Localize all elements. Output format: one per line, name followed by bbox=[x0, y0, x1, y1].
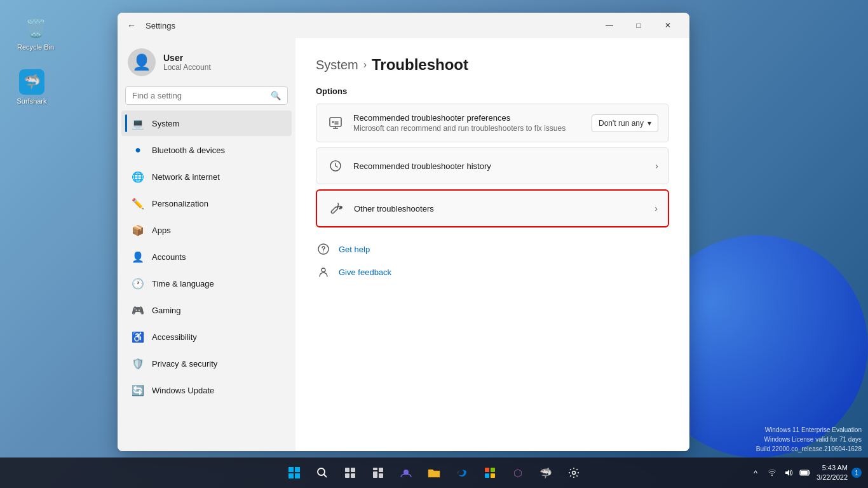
other-troubleshooters-action: › bbox=[654, 203, 658, 214]
card-recommended-history: Recommended troubleshooter history › bbox=[316, 147, 669, 184]
sidebar-item-time[interactable]: 🕐 Time & language bbox=[121, 271, 292, 296]
visual-studio-button[interactable]: ⬡ bbox=[505, 460, 531, 485]
tray-chevron-icon[interactable]: ^ bbox=[748, 465, 763, 480]
task-view-button[interactable] bbox=[337, 460, 363, 485]
taskbar-clock[interactable]: 5:43 AM 3/22/2022 bbox=[817, 463, 848, 483]
start-button[interactable] bbox=[281, 460, 307, 485]
sidebar-item-accessibility[interactable]: ♿ Accessibility bbox=[121, 324, 292, 349]
taskbar-search-button[interactable] bbox=[309, 460, 335, 485]
search-input[interactable] bbox=[132, 91, 266, 100]
svg-rect-6 bbox=[288, 467, 294, 472]
history-icon bbox=[327, 157, 344, 175]
svg-point-24 bbox=[573, 471, 576, 475]
tray-volume-icon[interactable] bbox=[781, 465, 796, 480]
system-tray: ^ bbox=[748, 465, 813, 480]
sidebar-item-accounts[interactable]: 👤 Accounts bbox=[121, 244, 292, 269]
search-box[interactable]: 🔍 bbox=[125, 86, 288, 105]
give-feedback-icon bbox=[316, 264, 331, 280]
svg-point-25 bbox=[771, 475, 773, 476]
close-button[interactable]: ✕ bbox=[654, 16, 682, 35]
sidebar-item-label-accounts: Accounts bbox=[152, 252, 186, 262]
edge-browser-button[interactable] bbox=[449, 460, 475, 485]
file-explorer-button[interactable] bbox=[421, 460, 447, 485]
teams-button[interactable] bbox=[393, 460, 419, 485]
svg-rect-21 bbox=[491, 468, 495, 472]
other-troubleshooters-chevron-icon: › bbox=[654, 203, 658, 214]
svg-rect-15 bbox=[373, 468, 377, 470]
content-area: System › Troubleshoot Options bbox=[295, 38, 689, 451]
card-recommended-prefs: Recommended troubleshooter preferences M… bbox=[316, 104, 669, 142]
windows-watermark: Windows 11 Enterprise Evaluation Windows… bbox=[756, 425, 862, 454]
tray-network-icon[interactable] bbox=[764, 465, 780, 480]
apps-icon: 📦 bbox=[132, 224, 144, 236]
get-help-label: Get help bbox=[339, 245, 370, 254]
page-header: System › Troubleshoot bbox=[316, 56, 669, 74]
svg-point-5 bbox=[322, 268, 325, 272]
recommended-prefs-text: Recommended troubleshooter preferences M… bbox=[353, 113, 583, 133]
svg-point-1 bbox=[332, 121, 334, 123]
page-title: Troubleshoot bbox=[372, 56, 468, 74]
title-bar: ← Settings — □ ✕ bbox=[118, 13, 689, 38]
svg-rect-11 bbox=[345, 468, 349, 472]
sidebar-item-label-system: System bbox=[152, 119, 179, 128]
sidebar-item-personalization[interactable]: ✏️ Personalization bbox=[121, 191, 292, 216]
clock-time: 5:43 AM bbox=[817, 463, 848, 473]
other-troubleshooters-title: Other troubleshooters bbox=[354, 204, 646, 214]
widgets-button[interactable] bbox=[365, 460, 391, 485]
taskbar: ⬡ 🦈 ^ bbox=[0, 458, 868, 488]
desktop-icon-recycle-bin[interactable]: 🗑️ Recycle Bin bbox=[13, 13, 58, 53]
recycle-bin-label: Recycle Bin bbox=[17, 43, 54, 51]
back-button[interactable]: ← bbox=[123, 17, 140, 34]
sidebar-item-gaming[interactable]: 🎮 Gaming bbox=[121, 297, 292, 323]
settings-taskbar-button[interactable] bbox=[561, 460, 587, 485]
sidebar-item-label-network: Network & internet bbox=[152, 172, 220, 182]
window-body: 👤 User Local Account 🔍 💻 System bbox=[118, 38, 689, 451]
sidebar-item-system[interactable]: 💻 System bbox=[121, 111, 292, 136]
privacy-icon: 🛡️ bbox=[132, 357, 144, 370]
desktop-icon-surfshark[interactable]: 🦈 Surfshark bbox=[9, 67, 55, 107]
recommended-prefs-title: Recommended troubleshooter preferences bbox=[353, 113, 583, 123]
sidebar-item-windows-update[interactable]: 🔄 Windows Update bbox=[121, 377, 292, 403]
sidebar-item-apps[interactable]: 📦 Apps bbox=[121, 217, 292, 243]
svg-rect-16 bbox=[379, 468, 383, 472]
maximize-button[interactable]: □ bbox=[625, 16, 653, 35]
give-feedback-link[interactable]: Give feedback bbox=[316, 263, 669, 281]
sidebar-item-privacy[interactable]: 🛡️ Privacy & security bbox=[121, 351, 292, 376]
svg-rect-9 bbox=[295, 473, 300, 478]
user-type: Local Account bbox=[163, 63, 211, 72]
get-help-link[interactable]: Get help bbox=[316, 240, 669, 258]
store-button[interactable] bbox=[477, 460, 503, 485]
sidebar-item-label-personalization: Personalization bbox=[152, 199, 208, 208]
sidebar-item-label-time: Time & language bbox=[152, 279, 214, 288]
sidebar-item-label-bluetooth: Bluetooth & devices bbox=[152, 146, 225, 155]
card-row-recommended-history[interactable]: Recommended troubleshooter history › bbox=[316, 148, 668, 184]
sidebar: 👤 User Local Account 🔍 💻 System bbox=[118, 38, 295, 451]
window-title: Settings bbox=[146, 21, 175, 30]
network-icon: 🌐 bbox=[132, 170, 144, 183]
surfshark-icon: 🦈 bbox=[19, 69, 44, 95]
recommended-prefs-action: Don't run any ▾ bbox=[592, 114, 658, 132]
card-row-recommended-prefs[interactable]: Recommended troubleshooter preferences M… bbox=[316, 104, 668, 142]
surfshark-taskbar-button[interactable]: 🦈 bbox=[533, 460, 559, 485]
windows-update-icon: 🔄 bbox=[132, 384, 144, 396]
card-row-other-troubleshooters[interactable]: Other troubleshooters › bbox=[317, 191, 668, 226]
history-title: Recommended troubleshooter history bbox=[353, 161, 646, 171]
other-troubleshooters-text: Other troubleshooters bbox=[354, 204, 646, 214]
sidebar-item-bluetooth[interactable]: ● Bluetooth & devices bbox=[121, 137, 292, 163]
section-label: Options bbox=[316, 86, 669, 96]
dont-run-any-dropdown[interactable]: Don't run any ▾ bbox=[592, 114, 658, 132]
minimize-button[interactable]: — bbox=[595, 16, 623, 35]
sidebar-item-network[interactable]: 🌐 Network & internet bbox=[121, 164, 292, 189]
svg-point-4 bbox=[323, 252, 324, 253]
breadcrumb-separator: › bbox=[363, 59, 367, 71]
user-name: User bbox=[163, 53, 211, 63]
sidebar-item-label-apps: Apps bbox=[152, 226, 171, 235]
search-icon: 🔍 bbox=[271, 91, 281, 100]
desktop: 🗑️ Recycle Bin 🦈 Surfshark Windows 11 En… bbox=[0, 0, 868, 488]
title-bar-left: ← Settings bbox=[123, 17, 175, 34]
system-icon: 💻 bbox=[132, 117, 144, 130]
notification-badge[interactable]: 1 bbox=[851, 468, 862, 478]
sidebar-item-label-privacy: Privacy & security bbox=[152, 359, 217, 369]
breadcrumb-parent: System bbox=[316, 58, 358, 72]
tray-battery-icon[interactable] bbox=[797, 465, 813, 480]
